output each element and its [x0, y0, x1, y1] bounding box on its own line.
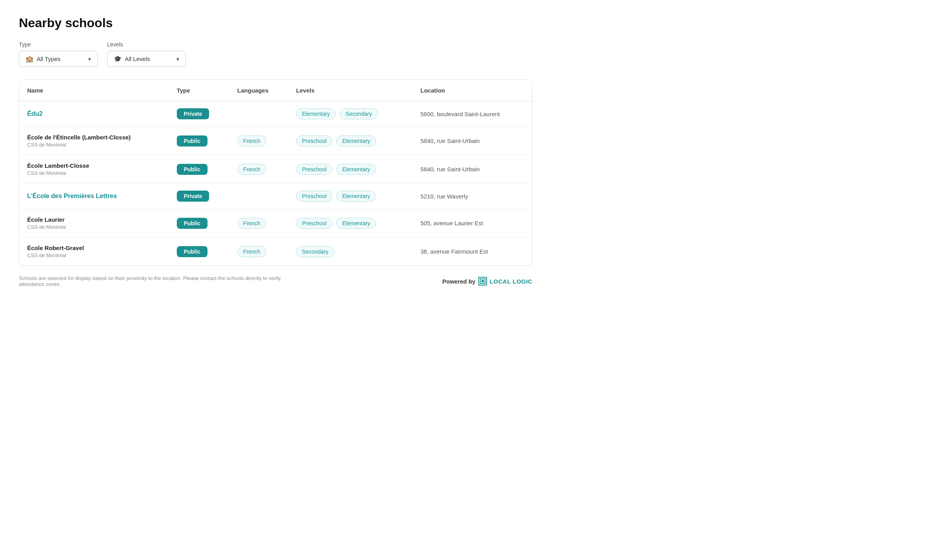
location-text: 5840, rue Saint-Urbain — [413, 155, 532, 184]
levels-filter-group: Levels 🎓 All Levels ▾ — [107, 41, 186, 67]
cell-type: Public — [169, 127, 230, 155]
local-logic-icon — [478, 277, 487, 286]
levels-filter-dropdown[interactable]: 🎓 All Levels ▾ — [107, 51, 186, 67]
cell-levels: PreschoolElementary — [288, 209, 413, 237]
school-sub: CSS de Montréal — [27, 252, 161, 258]
cell-name: École LaurierCSS de Montréal — [19, 209, 169, 237]
cell-levels: PreschoolElementary — [288, 184, 413, 209]
levels-cell-container: Secondary — [296, 246, 405, 257]
school-sub: CSS de Montréal — [27, 224, 161, 230]
page-title: Nearby schools — [19, 16, 532, 30]
cell-languages: French — [230, 155, 288, 184]
school-name-link[interactable]: Édu2 — [27, 110, 43, 117]
cell-languages: French — [230, 209, 288, 237]
table-header: Name Type Languages Levels Location — [19, 80, 532, 101]
school-name-link[interactable]: L'École des Premières Lettres — [27, 193, 117, 199]
level-tag: Preschool — [296, 218, 332, 229]
type-filter-dropdown[interactable]: 🏫 All Types ▾ — [19, 51, 98, 67]
school-name: École Lambert-Closse — [27, 162, 161, 169]
school-sub: CSS de Montréal — [27, 170, 161, 176]
header-row: Name Type Languages Levels Location — [19, 80, 532, 101]
footer-note: Schools are selected for display based o… — [19, 275, 295, 287]
type-badge: Public — [177, 218, 208, 229]
language-tag: French — [237, 218, 267, 229]
level-tag: Preschool — [296, 191, 332, 202]
cell-name: École de l'Étincelle (Lambert-Closse)CSS… — [19, 127, 169, 155]
cell-type: Public — [169, 155, 230, 184]
table-body: Édu2PrivateElementarySecondary5800, boul… — [19, 101, 532, 266]
powered-by-section: Powered by LOCAL LOGIC — [442, 277, 532, 286]
cell-languages: French — [230, 127, 288, 155]
col-levels: Levels — [288, 80, 413, 101]
levels-cell-container: PreschoolElementary — [296, 135, 405, 146]
filters-section: Type 🏫 All Types ▾ Levels 🎓 All Levels ▾ — [19, 41, 532, 67]
schools-table-container: Name Type Languages Levels Location Édu2… — [19, 80, 532, 266]
type-filter-value: All Types — [37, 56, 61, 62]
col-languages: Languages — [230, 80, 288, 101]
location-text: 5800, boulevard Saint-Laurent — [413, 101, 532, 127]
cell-levels: PreschoolElementary — [288, 127, 413, 155]
cell-levels: Secondary — [288, 237, 413, 266]
type-filter-group: Type 🏫 All Types ▾ — [19, 41, 98, 67]
levels-filter-value: All Levels — [125, 56, 150, 62]
col-location: Location — [413, 80, 532, 101]
school-sub: CSS de Montréal — [27, 142, 161, 148]
level-tag: Elementary — [336, 218, 376, 229]
type-chevron-down-icon: ▾ — [88, 56, 91, 62]
table-row: École de l'Étincelle (Lambert-Closse)CSS… — [19, 127, 532, 155]
svg-rect-1 — [482, 280, 484, 282]
cell-type: Private — [169, 184, 230, 209]
table-row: École LaurierCSS de MontréalPublicFrench… — [19, 209, 532, 237]
cell-levels: PreschoolElementary — [288, 155, 413, 184]
levels-cell-container: ElementarySecondary — [296, 108, 405, 119]
cell-languages: French — [230, 237, 288, 266]
language-tag: French — [237, 164, 267, 175]
type-badge: Private — [177, 191, 209, 202]
level-tag: Elementary — [336, 191, 376, 202]
levels-chevron-down-icon: ▾ — [176, 56, 179, 62]
local-logic-brand-text: LOCAL LOGIC — [489, 278, 532, 285]
level-tag: Preschool — [296, 164, 332, 175]
language-tag: French — [237, 135, 267, 146]
col-type: Type — [169, 80, 230, 101]
type-badge: Public — [177, 246, 208, 257]
col-name: Name — [19, 80, 169, 101]
local-logic-logo: LOCAL LOGIC — [478, 277, 532, 286]
table-row: École Robert-GravelCSS de MontréalPublic… — [19, 237, 532, 266]
cap-icon: 🎓 — [114, 55, 122, 63]
levels-filter-label: Levels — [107, 41, 186, 48]
levels-cell-container: PreschoolElementary — [296, 191, 405, 202]
school-name: École Robert-Gravel — [27, 245, 161, 251]
table-row: École Lambert-ClosseCSS de MontréalPubli… — [19, 155, 532, 184]
location-text: 5210, rue Waverly — [413, 184, 532, 209]
location-text: 505, avenue Laurier Est — [413, 209, 532, 237]
cell-languages — [230, 101, 288, 127]
school-icon: 🏫 — [26, 55, 33, 63]
cell-languages — [230, 184, 288, 209]
levels-cell-container: PreschoolElementary — [296, 218, 405, 229]
type-badge: Public — [177, 135, 208, 146]
location-text: 38, avenue Fairmount Est — [413, 237, 532, 266]
school-name: École de l'Étincelle (Lambert-Closse) — [27, 134, 161, 141]
location-text: 5840, rue Saint-Urbain — [413, 127, 532, 155]
type-filter-label: Type — [19, 41, 98, 48]
levels-cell-container: PreschoolElementary — [296, 164, 405, 175]
school-name: École Laurier — [27, 216, 161, 223]
schools-table: Name Type Languages Levels Location Édu2… — [19, 80, 532, 265]
powered-by-text: Powered by — [442, 278, 475, 285]
footer: Schools are selected for display based o… — [19, 275, 532, 287]
cell-type: Public — [169, 237, 230, 266]
cell-name: École Lambert-ClosseCSS de Montréal — [19, 155, 169, 184]
cell-name: L'École des Premières Lettres — [19, 184, 169, 209]
cell-type: Private — [169, 101, 230, 127]
language-tag: French — [237, 246, 267, 257]
cell-levels: ElementarySecondary — [288, 101, 413, 127]
cell-name: Édu2 — [19, 101, 169, 127]
level-tag: Elementary — [336, 135, 376, 146]
cell-type: Public — [169, 209, 230, 237]
level-tag: Preschool — [296, 135, 332, 146]
cell-name: École Robert-GravelCSS de Montréal — [19, 237, 169, 266]
level-tag: Elementary — [296, 108, 336, 119]
table-row: L'École des Premières LettresPrivatePres… — [19, 184, 532, 209]
table-row: Édu2PrivateElementarySecondary5800, boul… — [19, 101, 532, 127]
